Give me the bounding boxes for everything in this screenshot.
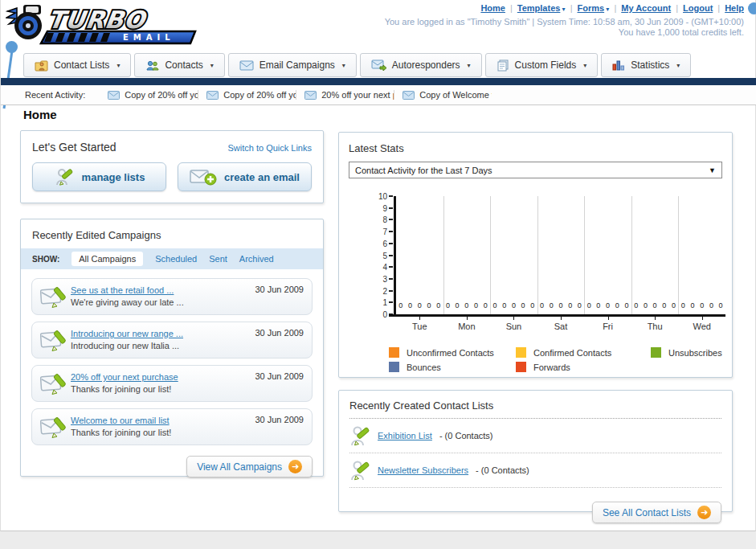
- contact-lists-title: Recently Created Contact Lists: [349, 399, 721, 419]
- filter-sent[interactable]: Sent: [209, 254, 227, 264]
- x-axis-label: Mon: [443, 322, 491, 331]
- zero-value: 0: [700, 301, 704, 309]
- link-separator: |: [570, 3, 573, 13]
- gridline: [443, 196, 444, 314]
- campaign-date: 30 Jun 2009: [255, 415, 304, 424]
- tab-statistics[interactable]: Statistics▾: [601, 53, 691, 77]
- envelope-small-icon: [403, 91, 415, 100]
- x-axis-tick: [467, 317, 468, 320]
- campaign-edit-icon: [40, 371, 71, 395]
- campaign-row[interactable]: Introducing our new range ...Introducing…: [31, 322, 313, 358]
- gridline: [537, 196, 538, 314]
- gridline: [678, 196, 679, 314]
- x-axis-label: Tue: [396, 322, 443, 331]
- contact-list-row[interactable]: Newsletter Subscribers - (0 Contacts): [349, 453, 721, 488]
- zero-value-labels: 00000: [443, 301, 491, 309]
- recent-activity-item-label: Copy of 20% off yo: [223, 90, 296, 100]
- tab-email-campaigns[interactable]: Email Campaigns▾: [228, 53, 357, 77]
- header-link-home[interactable]: Home: [480, 3, 505, 13]
- contact-list-rows: Exhibition List - (0 Contacts)Newsletter…: [349, 419, 721, 488]
- filter-scheduled[interactable]: Scheduled: [155, 254, 197, 264]
- legend-item: Unsubscribes: [651, 347, 722, 358]
- x-axis-tick: [513, 317, 514, 320]
- campaign-title-link[interactable]: Welcome to our email list: [71, 415, 255, 427]
- y-axis-line: [394, 196, 396, 314]
- y-axis-tick: [389, 301, 393, 303]
- header-link-my-account[interactable]: My Account: [621, 3, 671, 13]
- recent-activity-item[interactable]: Copy of Welcome to: [394, 90, 492, 100]
- zero-value-labels: 00000: [584, 301, 631, 309]
- x-axis-line: [389, 314, 725, 317]
- x-axis-label: Thu: [631, 322, 679, 331]
- campaign-edit-icon: [40, 328, 71, 352]
- contact-list-link[interactable]: Exhibition List: [378, 431, 432, 440]
- view-all-campaigns-button[interactable]: View All Campaigns ➜: [186, 456, 313, 477]
- login-status-text: You are logged in as "Timothy Smith" | S…: [385, 17, 744, 27]
- manage-lists-button[interactable]: manage lists: [32, 162, 166, 191]
- campaign-list: See us at the retail food ...We're givin…: [21, 269, 323, 445]
- campaign-text: 20% off your next purchaseThanks for joi…: [71, 371, 255, 395]
- legend-item: Confirmed Contacts: [516, 347, 651, 358]
- list-edit-icon: [349, 458, 370, 482]
- zero-value-labels: 00000: [396, 301, 443, 309]
- see-all-contact-lists-button[interactable]: See All Contact Lists ➜: [592, 502, 721, 523]
- header-link-templates[interactable]: Templates: [517, 3, 561, 13]
- filter-archived[interactable]: Archived: [239, 254, 274, 264]
- zero-value: 0: [446, 301, 450, 309]
- tab-custom-fields[interactable]: Custom Fields▾: [485, 53, 599, 77]
- contacts-icon: [145, 59, 159, 72]
- legend-label: Unsubscribes: [668, 348, 722, 358]
- x-axis-tick: [655, 317, 656, 320]
- switch-to-quick-links-link[interactable]: Switch to Quick Links: [227, 143, 312, 153]
- zero-value: 0: [464, 301, 468, 309]
- recent-activity-item[interactable]: Copy of 20% off yo: [100, 90, 198, 100]
- campaign-text: Welcome to our email listThanks for join…: [71, 415, 255, 439]
- filter-all-campaigns[interactable]: All Campaigns: [72, 252, 143, 266]
- y-axis-label: 0: [370, 310, 387, 319]
- recent-activity-label: Recent Activity:: [25, 90, 85, 100]
- chevron-down-icon: ▼: [709, 166, 716, 174]
- y-axis-tick: [389, 219, 393, 220]
- header-link-logout[interactable]: Logout: [683, 3, 713, 13]
- campaign-title-link[interactable]: See us at the retail food ...: [71, 285, 255, 297]
- campaign-title-link[interactable]: 20% off your next purchase: [71, 371, 255, 383]
- zero-value: 0: [521, 301, 525, 309]
- campaign-row[interactable]: 20% off your next purchaseThanks for joi…: [31, 365, 313, 402]
- create-an-email-button[interactable]: create an email: [178, 162, 312, 191]
- zero-value: 0: [662, 301, 666, 309]
- tab-contact-lists[interactable]: Contact Lists▾: [23, 53, 131, 77]
- callout-dot-left: [6, 41, 18, 53]
- campaign-row[interactable]: Welcome to our email listThanks for join…: [31, 408, 313, 445]
- x-axis-tick: [419, 317, 420, 320]
- y-axis-tick: [389, 255, 393, 256]
- stats-period-dropdown[interactable]: Contact Activity for the Last 7 Days ▼: [349, 162, 722, 178]
- tab-autoresponders[interactable]: Autoresponders▾: [360, 53, 482, 77]
- tab-contacts[interactable]: Contacts▾: [134, 53, 224, 77]
- y-axis-label: 9: [370, 204, 387, 213]
- legend-label: Unconfirmed Contacts: [407, 348, 494, 358]
- header-links: Home|Templates ▾|Forms ▾|My Account|Logo…: [480, 3, 744, 13]
- link-separator: |: [614, 3, 616, 13]
- contact-list-link[interactable]: Newsletter Subscribers: [378, 465, 468, 475]
- legend-swatch: [389, 347, 399, 358]
- recent-activity-item[interactable]: Copy of 20% off yo: [198, 90, 296, 100]
- zero-value: 0: [596, 301, 600, 309]
- recent-activity-item[interactable]: 20% off your next p: [296, 90, 394, 100]
- header-link-forms[interactable]: Forms: [578, 3, 605, 13]
- zero-value-labels: 00000: [537, 301, 585, 309]
- header-link-help[interactable]: Help: [725, 3, 744, 13]
- campaigns-panel-title: Recently Edited Campaigns: [21, 219, 323, 248]
- zero-value: 0: [408, 301, 412, 309]
- campaign-title-link[interactable]: Introducing our new range ...: [71, 328, 255, 340]
- contact-list-row[interactable]: Exhibition List - (0 Contacts): [349, 419, 721, 453]
- chevron-down-icon: ▾: [342, 62, 345, 69]
- y-axis-label: 10: [370, 192, 387, 201]
- y-axis-label: 8: [370, 215, 387, 224]
- recent-activity-item-label: 20% off your next p: [321, 90, 394, 100]
- zero-value: 0: [492, 301, 497, 309]
- content-frame: TURBO EMAIL Home|Templates ▾|Forms ▾|My …: [0, 0, 756, 531]
- campaign-row[interactable]: See us at the retail food ...We're givin…: [31, 278, 313, 315]
- zero-value: 0: [690, 301, 694, 309]
- contact-list-count: - (0 Contacts): [476, 465, 529, 475]
- email-campaigns-icon: [239, 60, 254, 71]
